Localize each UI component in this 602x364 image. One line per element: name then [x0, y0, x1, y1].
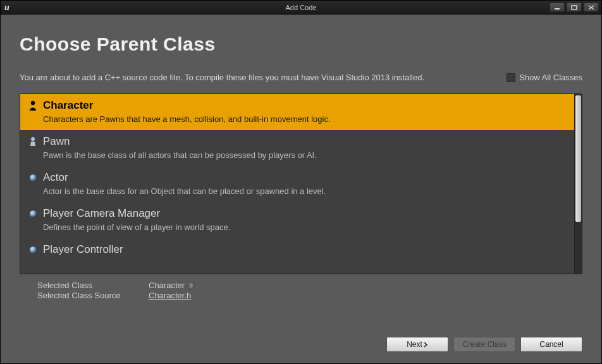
close-icon — [588, 5, 594, 10]
class-name: Actor — [43, 171, 68, 184]
sphere-icon — [28, 209, 38, 219]
class-item-actor[interactable]: Actor Actor is the base class for an Obj… — [20, 166, 574, 202]
class-name: Pawn — [43, 135, 70, 148]
selected-class-value: Character ? — [149, 281, 582, 290]
svg-rect-1 — [572, 6, 577, 9]
scrollbar[interactable] — [574, 94, 582, 274]
class-desc: Defines the point of view of a player in… — [43, 222, 567, 232]
cancel-button[interactable]: Cancel — [520, 337, 582, 352]
show-all-label: Show All Classes — [519, 73, 582, 82]
class-list-container: Character Characters are Pawns that have… — [20, 94, 582, 274]
create-class-button[interactable]: Create Class — [453, 337, 515, 352]
svg-point-3 — [31, 137, 35, 141]
maximize-button[interactable] — [567, 3, 582, 12]
close-button[interactable] — [584, 3, 599, 12]
unreal-logo-icon: u — [4, 3, 9, 13]
minimize-icon — [554, 5, 560, 10]
scroll-thumb[interactable] — [575, 95, 581, 222]
class-item-pawn[interactable]: Pawn Pawn is the base class of all actor… — [20, 130, 574, 166]
sphere-icon — [28, 173, 38, 183]
footer-buttons: Next Create Class Cancel — [20, 325, 582, 352]
class-item-player-camera-manager[interactable]: Player Camera Manager Defines the point … — [20, 202, 574, 238]
class-name: Player Camera Manager — [43, 207, 160, 220]
class-list: Character Characters are Pawns that have… — [20, 94, 574, 274]
next-button[interactable]: Next — [386, 337, 448, 352]
checkbox-icon — [507, 73, 515, 82]
selected-source-link[interactable]: Character.h — [149, 291, 582, 300]
info-row: You are about to add a C++ source code f… — [20, 73, 582, 82]
maximize-icon — [571, 5, 577, 10]
info-text: You are about to add a C++ source code f… — [20, 73, 424, 82]
class-item-player-controller[interactable]: Player Controller — [20, 238, 574, 262]
create-class-label: Create Class — [462, 340, 506, 349]
sphere-icon — [28, 245, 38, 255]
class-desc: Pawn is the base class of all actors tha… — [43, 150, 567, 160]
class-item-character[interactable]: Character Characters are Pawns that have… — [20, 94, 574, 130]
show-all-classes-toggle[interactable]: Show All Classes — [507, 73, 582, 82]
selected-source-label: Selected Class Source — [37, 291, 145, 300]
minimize-button[interactable] — [550, 3, 565, 12]
selected-class-info: Selected Class Character ? Selected Clas… — [37, 281, 582, 300]
help-icon[interactable]: ? — [187, 282, 195, 289]
pawn-icon — [28, 136, 38, 147]
selected-class-label: Selected Class — [37, 281, 145, 290]
add-code-window: u Add Code Choose Parent Class You are a… — [0, 0, 602, 364]
window-controls — [550, 3, 601, 12]
titlebar: u Add Code — [1, 1, 601, 15]
class-desc: Characters are Pawns that have a mesh, c… — [43, 114, 567, 124]
class-desc: Actor is the base class for an Object th… — [43, 186, 567, 196]
page-title: Choose Parent Class — [20, 33, 582, 55]
class-name: Character — [43, 99, 93, 112]
class-name: Player Controller — [43, 243, 123, 256]
window-title: Add Code — [1, 4, 601, 11]
chevron-right-icon — [424, 342, 428, 348]
svg-point-2 — [31, 101, 35, 105]
character-icon — [28, 100, 38, 111]
svg-rect-0 — [555, 8, 560, 9]
next-button-label: Next — [407, 340, 422, 349]
dialog-content: Choose Parent Class You are about to add… — [1, 15, 601, 363]
cancel-button-label: Cancel — [539, 340, 563, 349]
